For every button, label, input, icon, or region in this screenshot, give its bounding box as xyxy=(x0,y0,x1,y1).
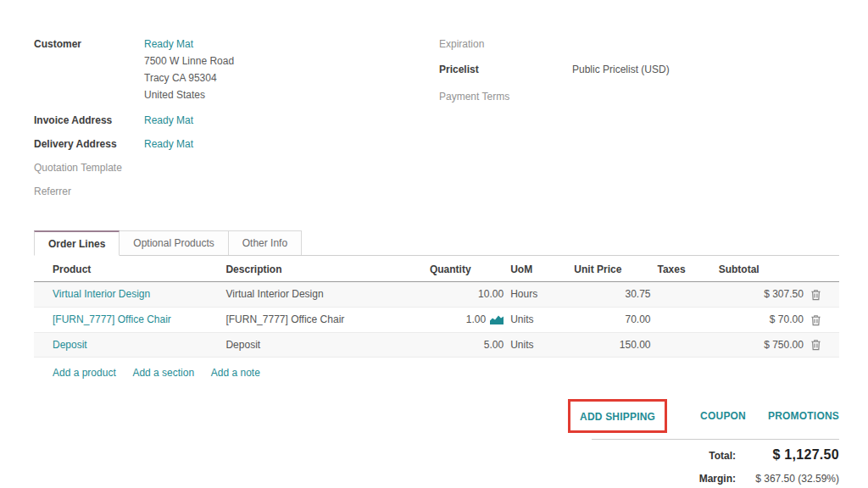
subtotal-cell: $ 750.00 xyxy=(715,332,807,358)
table-row: [FURN_7777] Office Chair [FURN_7777] Off… xyxy=(34,307,839,332)
column-header-taxes[interactable]: Taxes xyxy=(654,256,715,282)
description-cell[interactable]: Virtual Interior Design xyxy=(222,282,426,308)
product-link[interactable]: Virtual Interior Design xyxy=(53,288,150,300)
totals-footer: Total: $ 1,127.50 Margin: $ 367.50 (32.5… xyxy=(592,439,839,485)
trash-icon[interactable] xyxy=(810,339,821,351)
referrer-label[interactable]: Referrer xyxy=(34,185,144,198)
column-header-actions xyxy=(807,256,839,282)
taxes-cell[interactable] xyxy=(654,307,715,332)
margin-value: $ 367.50 (32.59%) xyxy=(736,473,839,485)
quantity-cell[interactable]: 5.00 xyxy=(484,339,504,351)
field-customer: Customer Ready Mat 7500 W Linne Road Tra… xyxy=(34,37,439,102)
quotation-template-label[interactable]: Quotation Template xyxy=(34,161,144,175)
field-payment-terms: Payment Terms xyxy=(439,90,839,103)
quantity-cell[interactable]: 1.00 xyxy=(466,313,486,325)
product-link[interactable]: Deposit xyxy=(53,339,87,351)
uom-cell[interactable]: Units xyxy=(507,307,570,332)
field-pricelist: Pricelist Public Pricelist (USD) xyxy=(439,63,839,76)
customer-value-link[interactable]: Ready Mat xyxy=(144,38,193,50)
invoice-address-value-link[interactable]: Ready Mat xyxy=(144,114,193,127)
total-label: Total: xyxy=(592,450,736,462)
field-group-right: Expiration Pricelist Public Pricelist (U… xyxy=(439,37,839,208)
table-row: Deposit Deposit 5.00 Units 150.00 $ 750.… xyxy=(34,332,839,358)
description-cell[interactable]: Deposit xyxy=(222,332,426,358)
total-value: $ 1,127.50 xyxy=(736,447,839,463)
delivery-address-value-link[interactable]: Ready Mat xyxy=(144,137,193,151)
invoice-address-label: Invoice Address xyxy=(34,114,144,127)
trash-icon[interactable] xyxy=(810,314,821,326)
field-referrer: Referrer xyxy=(34,185,439,198)
taxes-cell[interactable] xyxy=(654,332,715,358)
tab-bar: Order Lines Optional Products Other Info xyxy=(34,230,839,256)
total-row: Total: $ 1,127.50 xyxy=(592,447,839,463)
taxes-cell[interactable] xyxy=(654,282,715,308)
coupon-button[interactable]: COUPON xyxy=(700,410,746,422)
unit-price-cell[interactable]: 30.75 xyxy=(570,282,654,308)
subtotal-cell: $ 307.50 xyxy=(715,282,807,308)
add-a-note-link[interactable]: Add a note xyxy=(211,367,260,379)
trash-icon[interactable] xyxy=(810,289,821,301)
product-link[interactable]: [FURN_7777] Office Chair xyxy=(53,313,171,325)
column-header-subtotal[interactable]: Subtotal xyxy=(715,256,807,282)
field-expiration: Expiration xyxy=(439,37,839,51)
field-delivery-address: Delivery Address Ready Mat xyxy=(34,137,439,151)
column-header-uom[interactable]: UoM xyxy=(507,256,570,282)
pricelist-label: Pricelist xyxy=(439,63,572,76)
add-a-product-link[interactable]: Add a product xyxy=(53,367,116,379)
customer-address-line: Tracy CA 95304 xyxy=(144,71,234,85)
header-fields: Customer Ready Mat 7500 W Linne Road Tra… xyxy=(34,37,839,208)
add-a-section-link[interactable]: Add a section xyxy=(132,367,194,379)
add-shipping-button[interactable]: ADD SHIPPING xyxy=(580,411,655,423)
expiration-label[interactable]: Expiration xyxy=(439,37,572,51)
delivery-address-label: Delivery Address xyxy=(34,137,144,151)
quotation-form: Customer Ready Mat 7500 W Linne Road Tra… xyxy=(0,0,868,485)
pricelist-value: Public Pricelist (USD) xyxy=(572,63,670,76)
payment-terms-label[interactable]: Payment Terms xyxy=(439,90,572,103)
margin-row: Margin: $ 367.50 (32.59%) xyxy=(592,473,839,485)
notebook: Order Lines Optional Products Other Info… xyxy=(34,230,839,379)
description-cell[interactable]: [FURN_7777] Office Chair xyxy=(222,307,426,332)
table-header-row: Product Description Quantity UoM Unit Pr… xyxy=(34,256,839,282)
table-row: Virtual Interior Design Virtual Interior… xyxy=(34,282,839,308)
unit-price-cell[interactable]: 70.00 xyxy=(570,307,654,332)
order-lines-table: Product Description Quantity UoM Unit Pr… xyxy=(34,256,839,358)
uom-cell[interactable]: Hours xyxy=(507,282,570,308)
customer-address-line: 7500 W Linne Road xyxy=(144,54,234,68)
tab-optional-products[interactable]: Optional Products xyxy=(120,230,228,255)
quantity-cell[interactable]: 10.00 xyxy=(478,288,504,300)
uom-cell[interactable]: Units xyxy=(507,332,570,358)
column-header-unit-price[interactable]: Unit Price xyxy=(570,256,654,282)
list-footer-links: Add a product Add a section Add a note xyxy=(34,358,839,379)
column-header-description[interactable]: Description xyxy=(222,256,426,282)
customer-label: Customer xyxy=(34,37,144,102)
tab-other-info[interactable]: Other Info xyxy=(229,230,302,255)
tab-order-lines[interactable]: Order Lines xyxy=(34,230,120,256)
unit-price-cell[interactable]: 150.00 xyxy=(570,332,654,358)
annotation-box: ADD SHIPPING xyxy=(568,399,667,433)
customer-address-line: United States xyxy=(144,88,234,102)
field-quotation-template: Quotation Template xyxy=(34,161,439,175)
forecast-chart-icon[interactable] xyxy=(490,315,504,324)
column-header-quantity[interactable]: Quantity xyxy=(426,256,507,282)
order-actions: ADD SHIPPING COUPON PROMOTIONS xyxy=(34,399,839,433)
column-header-product[interactable]: Product xyxy=(34,256,222,282)
subtotal-cell: $ 70.00 xyxy=(715,307,807,332)
margin-label: Margin: xyxy=(592,473,736,485)
field-group-left: Customer Ready Mat 7500 W Linne Road Tra… xyxy=(34,37,439,208)
promotions-button[interactable]: PROMOTIONS xyxy=(768,410,839,422)
field-invoice-address: Invoice Address Ready Mat xyxy=(34,114,439,127)
